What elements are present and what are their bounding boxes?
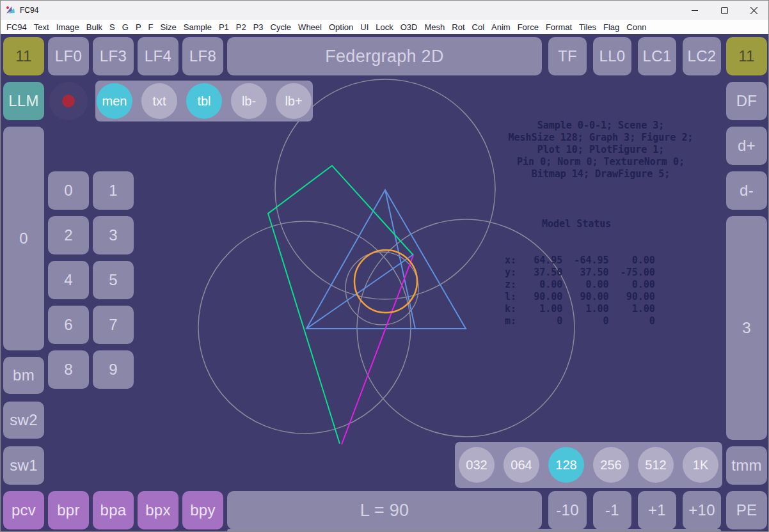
- menu-item-s[interactable]: S: [109, 22, 115, 32]
- info-line-pin-0-norm-0-texture: Pin 0; Norm 0; TextureNorm 0;: [487, 156, 715, 168]
- menu-item-p2[interactable]: P2: [236, 22, 246, 32]
- button-minus-10[interactable]: -10: [548, 491, 587, 529]
- mode-circle-lb-[interactable]: lb-: [231, 83, 267, 119]
- maximize-icon: [721, 7, 728, 14]
- menu-item-image[interactable]: Image: [56, 22, 79, 32]
- menu-item-cycle[interactable]: Cycle: [271, 22, 292, 32]
- button-llm[interactable]: LLM: [3, 82, 44, 120]
- close-button[interactable]: [739, 1, 768, 20]
- button-lc2[interactable]: LC2: [683, 37, 721, 75]
- menu-item-conn[interactable]: Conn: [626, 22, 646, 32]
- mode-circle-men[interactable]: men: [97, 83, 132, 119]
- menu-item-bulk[interactable]: Bulk: [86, 22, 102, 32]
- numpad-button-5[interactable]: 5: [93, 261, 134, 299]
- info-line-bitmap-14-drawfigure: Bitmap 14; DrawFigure 5;: [487, 168, 715, 180]
- menu-item-mesh[interactable]: Mesh: [424, 22, 445, 32]
- menu-item-text[interactable]: Text: [34, 22, 49, 32]
- button-sw1[interactable]: sw1: [3, 446, 44, 485]
- button-d-minus[interactable]: d-: [726, 171, 767, 210]
- canvas-area: Sample 0-0-1; Scene 3;MeshSize 128; Grap…: [1, 34, 768, 531]
- window-title: FC94: [20, 6, 38, 15]
- menu-item-col[interactable]: Col: [472, 22, 485, 32]
- menu-item-sample[interactable]: Sample: [184, 22, 212, 32]
- button-bm[interactable]: bm: [3, 357, 44, 394]
- mesh-circle-256[interactable]: 256: [593, 447, 629, 483]
- titlebar: FC94: [1, 1, 768, 20]
- menu-item-force[interactable]: Force: [518, 22, 539, 32]
- blue-cevian-1: [385, 190, 415, 329]
- numpad-button-4[interactable]: 4: [48, 261, 89, 299]
- button-bpa[interactable]: bpa: [93, 491, 134, 529]
- mode-circle-lb+[interactable]: lb+: [276, 83, 312, 119]
- menu-item-fc94[interactable]: FC94: [6, 22, 27, 32]
- menu-item-tiles[interactable]: Tiles: [579, 22, 596, 32]
- numpad-button-3[interactable]: 3: [93, 216, 134, 254]
- numpad-button-2[interactable]: 2: [48, 216, 89, 254]
- menu-item-o3d[interactable]: O3D: [400, 22, 418, 32]
- button-df[interactable]: DF: [726, 82, 767, 120]
- menu-item-format[interactable]: Format: [546, 22, 572, 32]
- button-plus-10[interactable]: +10: [683, 491, 721, 529]
- mesh-circle-064[interactable]: 064: [503, 447, 539, 483]
- scene-info-text: Sample 0-0-1; Scene 3;MeshSize 128; Grap…: [487, 120, 715, 180]
- button-sw2[interactable]: sw2: [3, 402, 44, 439]
- button-lf8[interactable]: LF8: [182, 37, 223, 75]
- minimize-icon: [692, 10, 698, 11]
- mesh-circle-128[interactable]: 128: [548, 447, 584, 483]
- button-lf4[interactable]: LF4: [138, 37, 178, 75]
- title-display[interactable]: Federgraph 2D: [227, 37, 542, 75]
- button-ll0[interactable]: LL0: [593, 37, 631, 75]
- menu-item-wheel[interactable]: Wheel: [298, 22, 322, 32]
- bottom-partial-bar: [227, 529, 721, 531]
- button-bpx[interactable]: bpx: [138, 491, 178, 529]
- button-lf0[interactable]: LF0: [48, 37, 89, 75]
- button-bpy[interactable]: bpy: [182, 491, 223, 529]
- button-tall-0[interactable]: 0: [3, 127, 44, 350]
- button-plus-1[interactable]: +1: [638, 491, 676, 529]
- numpad-button-1[interactable]: 1: [93, 171, 134, 210]
- menu-item-lock[interactable]: Lock: [376, 22, 393, 32]
- menu-item-anim[interactable]: Anim: [491, 22, 511, 32]
- menu-item-g[interactable]: G: [122, 22, 129, 32]
- button-tf[interactable]: TF: [548, 37, 587, 75]
- info-line-meshsize-128-graph-3: MeshSize 128; Graph 3; Figure 2;: [487, 132, 715, 144]
- record-button[interactable]: [49, 82, 88, 120]
- numpad-button-7[interactable]: 7: [93, 306, 134, 344]
- menu-item-p3[interactable]: P3: [253, 22, 264, 32]
- mesh-circle-512[interactable]: 512: [638, 447, 674, 483]
- menu-item-option[interactable]: Option: [329, 22, 353, 32]
- button-minus-1[interactable]: -1: [593, 491, 631, 529]
- numpad-button-6[interactable]: 6: [48, 306, 89, 344]
- button-bpr[interactable]: bpr: [48, 491, 89, 529]
- menu-item-p1[interactable]: P1: [219, 22, 229, 32]
- button-d-plus[interactable]: d+: [726, 127, 767, 165]
- numpad-button-8[interactable]: 8: [48, 350, 89, 389]
- button-lf3[interactable]: LF3: [93, 37, 134, 75]
- button-tall-3[interactable]: 3: [726, 216, 767, 440]
- menu-item-p[interactable]: P: [136, 22, 141, 32]
- model-row-m-0-0-0: m: 0 0 0: [505, 315, 655, 327]
- mode-circle-txt[interactable]: txt: [141, 83, 177, 119]
- menu-item-f[interactable]: F: [148, 22, 154, 32]
- menu-item-flag[interactable]: Flag: [603, 22, 619, 32]
- info-line-sample-0-0-1-scene-3: Sample 0-0-1; Scene 3;: [487, 120, 715, 132]
- numpad-button-0[interactable]: 0: [48, 171, 89, 210]
- button-tmm[interactable]: tmm: [726, 446, 767, 485]
- button-pe[interactable]: PE: [726, 491, 767, 529]
- menu-item-rot[interactable]: Rot: [452, 22, 464, 32]
- minimize-button[interactable]: [680, 1, 710, 20]
- l-value-display[interactable]: L = 90: [227, 491, 542, 529]
- maximize-button[interactable]: [710, 1, 739, 20]
- menu-bar: FC94TextImageBulkSGPFSizeSampleP1P2P3Cyc…: [1, 20, 768, 34]
- numpad-button-9[interactable]: 9: [93, 350, 134, 389]
- mesh-circle-1k[interactable]: 1K: [683, 447, 718, 483]
- button-lc1[interactable]: LC1: [638, 37, 676, 75]
- mode-circle-tbl[interactable]: tbl: [186, 83, 222, 119]
- menu-item-size[interactable]: Size: [161, 22, 177, 32]
- close-icon: [750, 7, 757, 14]
- button-11-left[interactable]: 11: [3, 37, 44, 75]
- menu-item-ui[interactable]: UI: [360, 22, 369, 32]
- mesh-circle-032[interactable]: 032: [459, 447, 495, 483]
- button-pcv[interactable]: pcv: [3, 491, 44, 529]
- button-11-right[interactable]: 11: [726, 37, 767, 75]
